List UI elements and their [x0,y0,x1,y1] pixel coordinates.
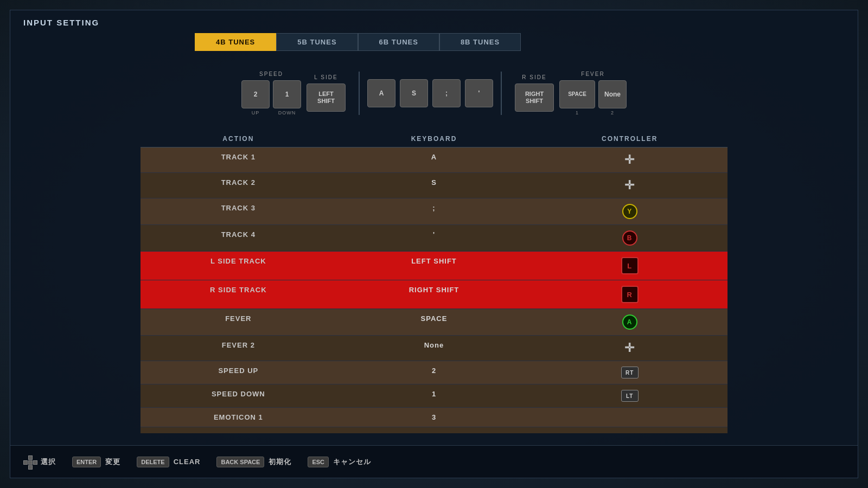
fever-key2[interactable]: None [598,80,627,108]
keyboard-cell: 4 [336,427,532,433]
table-row[interactable]: TRACK 4'B [141,225,727,252]
col-keyboard: KEYBOARD [336,135,532,143]
dpad-button-icon: ✛ [624,341,635,355]
table-row[interactable]: L SIDE TRACKLEFT SHIFTL [141,252,727,280]
rside-label: R SIDE [522,74,546,80]
keyboard-cell: 1 [336,384,532,407]
table-row[interactable]: FEVER 2None✛ [141,336,727,361]
tab-4b[interactable]: 4B TUNES [195,33,276,51]
speed-down-key[interactable]: 1 [273,80,301,108]
y-button-icon: Y [622,204,637,219]
separator-left [359,72,360,115]
fever-section: FEVER SPACE None 1 2 [559,71,627,115]
table-row[interactable]: SPEED UP2RT [141,361,727,384]
dpad-icon [23,455,36,468]
tab-bar: 4B TUNES 5B TUNES 6B TUNES 8B TUNES [195,33,521,51]
dpad-button-icon: ✛ [624,153,635,167]
table-row[interactable]: EMOTICON 24 [141,427,727,433]
track-1-key[interactable]: A [367,79,395,107]
table-row[interactable]: R SIDE TRACKRIGHT SHIFTR [141,280,727,309]
fever-key1[interactable]: SPACE [559,80,595,108]
track-2-key[interactable]: S [400,79,428,107]
controller-cell: Y [532,198,727,224]
clear-key: DELETE [137,457,169,467]
action-cell: L SIDE TRACK [141,252,336,280]
dpad-button-icon: ✛ [624,178,635,192]
key-display-area: SPEED 2 UP 1 DOWN L SIDE LEFT SHIFT [173,62,695,124]
table-row[interactable]: SPEED DOWN1LT [141,384,727,408]
action-cell: EMOTICON 1 [141,408,336,427]
fever-label: FEVER [581,71,604,77]
keyboard-cell: ' [336,225,532,251]
keyboard-cell: ; [336,198,532,224]
table-area: ACTION KEYBOARD CONTROLLER TRACK 1A✛TRAC… [141,135,727,442]
speed-up-key[interactable]: 2 [241,80,270,108]
action-cell: TRACK 2 [141,173,336,198]
action-cell: FEVER 2 [141,336,336,361]
lside-key[interactable]: LEFT SHIFT [307,84,346,112]
change-label: 変更 [105,457,120,467]
table-header: ACTION KEYBOARD CONTROLLER [141,135,727,147]
select-label: 選択 [41,457,56,467]
table-body: TRACK 1A✛TRACK 2S✛TRACK 3;YTRACK 4'BL SI… [141,147,727,433]
cancel-label: キャンセル [333,457,371,467]
table-row[interactable]: FEVERSPACEA [141,309,727,336]
track-4-key[interactable]: ' [465,79,493,107]
table-row[interactable]: TRACK 3;Y [141,198,727,225]
table-row[interactable]: EMOTICON 13 [141,408,727,427]
action-cell: EMOTICON 2 [141,427,336,433]
speed-label: SPEED [259,71,283,77]
controller-cell: R [532,280,727,309]
tab-5b[interactable]: 5B TUNES [276,33,358,51]
page-title: INPUT SETTING [23,18,99,27]
l-button-icon: L [621,257,639,274]
rt-button-icon: RT [621,367,639,378]
controller-cell: L [532,252,727,280]
speed-down-label: DOWN [278,110,296,115]
controller-cell: ✛ [532,147,727,172]
separator-right [501,72,502,115]
cancel-key: ESC [308,457,329,467]
controller-cell: A [532,309,727,335]
lside-section: L SIDE LEFT SHIFT [307,74,346,112]
select-item: 選択 [23,455,56,468]
keyboard-cell: 3 [336,408,532,427]
keyboard-cell: None [336,336,532,361]
controller-cell: ✛ [532,173,727,198]
keyboard-cell: SPACE [336,309,532,335]
action-cell: TRACK 3 [141,198,336,224]
controller-cell: RT [532,361,727,384]
reset-key: BACK SPACE [216,457,264,467]
cancel-item: ESC キャンセル [308,457,371,467]
keyboard-cell: A [336,147,532,172]
action-cell: FEVER [141,309,336,335]
controller-cell: B [532,225,727,251]
rside-key[interactable]: RIGHT SHIFT [515,84,554,112]
action-cell: R SIDE TRACK [141,280,336,309]
keyboard-cell: LEFT SHIFT [336,252,532,280]
speed-up-label: UP [252,110,260,115]
controller-cell: LT [532,384,727,407]
speed-section: SPEED 2 UP 1 DOWN [241,71,301,115]
action-cell: SPEED UP [141,361,336,384]
tab-6b[interactable]: 6B TUNES [358,33,439,51]
controller-cell [532,408,727,427]
track-keys-section: A S ; ' [367,79,493,107]
change-item: ENTER 変更 [72,457,120,467]
tab-8b[interactable]: 8B TUNES [439,33,521,51]
track-3-key[interactable]: ; [432,79,461,107]
fever-sub1: 1 [559,110,595,115]
fever-sub2: 2 [598,110,627,115]
table-row[interactable]: TRACK 2S✛ [141,173,727,198]
clear-item: DELETE CLEAR [137,457,200,467]
r-button-icon: R [621,286,639,303]
table-row[interactable]: TRACK 1A✛ [141,147,727,173]
controller-cell: ✛ [532,336,727,361]
main-panel: INPUT SETTING 4B TUNES 5B TUNES 6B TUNES… [10,10,858,478]
reset-label: 初期化 [269,457,291,467]
lt-button-icon: LT [621,390,639,402]
action-cell: TRACK 1 [141,147,336,172]
keyboard-cell: RIGHT SHIFT [336,280,532,309]
col-controller: CONTROLLER [532,135,727,143]
reset-item: BACK SPACE 初期化 [216,457,291,467]
